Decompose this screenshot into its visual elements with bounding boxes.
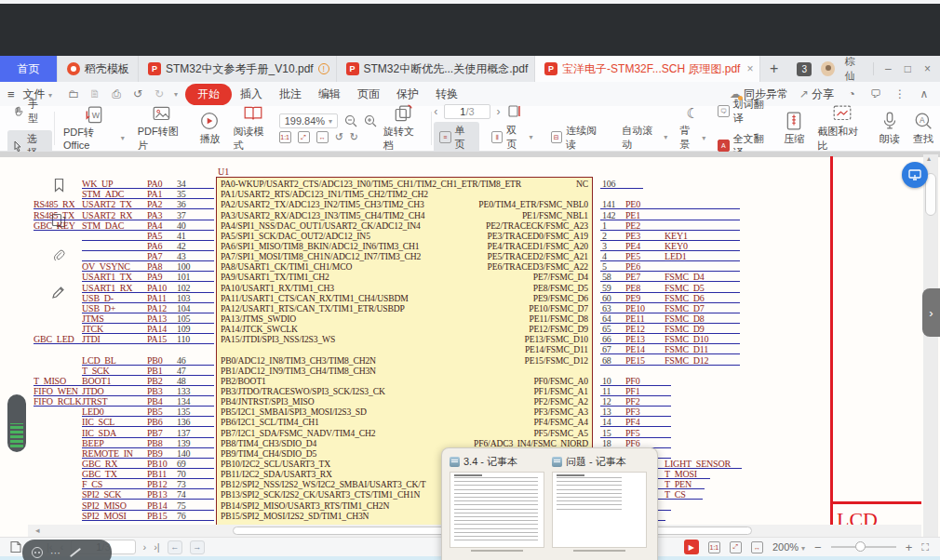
undo-icon[interactable]: ↺ [131, 87, 144, 100]
sheet-border-line [830, 156, 833, 537]
page-number-input[interactable]: 1/3 [444, 104, 490, 119]
next-page-icon[interactable]: › [143, 541, 147, 553]
rotate-left-icon[interactable]: ↺ [335, 131, 343, 143]
scroll-left-icon[interactable]: ◂ [35, 526, 40, 535]
actual-size-icon[interactable]: 1:1 [708, 541, 720, 553]
tab-home[interactable]: 首页 [0, 56, 58, 82]
comment-icon[interactable]: 🗩 [869, 87, 882, 100]
right-pin-row: 142PE1 [600, 209, 742, 220]
rotate-right-icon[interactable]: ↻ [350, 131, 358, 143]
more-caret-icon[interactable]: ▾ [174, 90, 178, 99]
maximize-button[interactable]: □ [905, 62, 911, 75]
status-zoom-level[interactable]: 200% ▾ [772, 541, 805, 553]
menu-tab-protect[interactable]: 保护 [388, 87, 427, 102]
moon-icon: ☾ [682, 105, 703, 122]
left-pin-row: RS485_RXUSART2_TXPA236 [34, 199, 214, 209]
zoom-in-icon[interactable] [364, 114, 377, 127]
view-back-icon[interactable]: ← [168, 540, 182, 554]
left-pin-row: GBC_TXPB1170 [34, 469, 214, 479]
pdf-to-image-button[interactable]: PDF转图片 [131, 106, 194, 151]
zoom-out-button[interactable]: − [814, 540, 822, 554]
fit-width-icon[interactable]: ↔ [316, 131, 329, 143]
zoom-level-input[interactable]: 199.84%▾ [279, 113, 338, 128]
count-badge[interactable]: 3 [797, 62, 812, 76]
floating-assistant-widget[interactable]: ⋯ [22, 540, 112, 560]
menu-tab-page[interactable]: 页面 [349, 87, 388, 102]
zoom-out-icon[interactable] [344, 114, 357, 127]
tab-schematic-pdf-active[interactable]: P 宝洋电子-STM32F...SCH 原理图.pdf × [535, 56, 760, 82]
expand-panel-handle[interactable]: › [922, 288, 940, 337]
thumbnail-caption [552, 550, 647, 553]
vertical-scrollbar[interactable]: ▴ [923, 154, 938, 537]
pdf-tools-float-button[interactable] [902, 162, 928, 188]
tab-docer-templates[interactable]: 稻壳模板 [58, 56, 139, 82]
window-thumbnail[interactable] [552, 472, 647, 548]
last-page-icon[interactable]: ›| [154, 541, 160, 553]
screenshot-compare-button[interactable]: 截图和对比 [811, 106, 873, 151]
chip-designator: U1 [218, 167, 229, 177]
left-pin-row: BEEPPB8139 [34, 438, 214, 448]
print-icon[interactable]: ⎙ [110, 87, 123, 100]
sheet-border-line [830, 501, 921, 504]
more-menu-icon[interactable]: ⋮ [893, 87, 906, 100]
hand-tool-button[interactable]: 手型 [7, 96, 52, 127]
read-aloud-button[interactable]: 朗读 [873, 106, 906, 151]
save-icon[interactable]: 🗎 [88, 87, 101, 100]
minimize-button[interactable]: – [885, 62, 892, 75]
open-file-icon[interactable]: 🗀 [67, 87, 80, 100]
left-pin-row: LCD_BLPB046 [34, 354, 214, 365]
play-button[interactable]: 播放 [193, 106, 226, 151]
close-button[interactable]: × [924, 62, 931, 75]
right-pin-row: 13PF3 [600, 407, 742, 417]
right-pin-row: 14PF4 [600, 417, 742, 427]
zoom-slider-knob[interactable] [855, 541, 866, 552]
continuous-read-button[interactable]: ⊟连续阅读 [545, 122, 611, 153]
fit-page-icon[interactable]: ⤢ [298, 131, 310, 143]
menu-tab-edit[interactable]: 编辑 [310, 87, 349, 102]
tab-close-icon[interactable]: × [746, 62, 753, 75]
single-page-button[interactable]: ≡单页 [434, 122, 479, 153]
window-thumbnail[interactable] [450, 472, 544, 548]
double-page-button[interactable]: ⫴双页▾ [486, 122, 538, 153]
menu-tab-annotate[interactable]: 批注 [271, 87, 310, 102]
left-pin-row: OV_VSYNCPA8100 [34, 261, 214, 272]
auto-scroll-icon[interactable] [507, 104, 522, 118]
actual-size-icon[interactable]: 1:1 [279, 131, 291, 143]
next-page-icon[interactable]: › [497, 105, 501, 118]
chip-pin-function-row: PB4/JNTRST/SPI3_MISOPF2/FSMC_A2 [217, 396, 592, 407]
collapse-ribbon-icon[interactable]: ∧ [918, 87, 931, 100]
zoom-in-button[interactable]: + [906, 540, 913, 554]
find-button[interactable]: A 查找 [906, 106, 940, 151]
compress-button[interactable]: 压缩 [777, 106, 811, 151]
read-mode-button[interactable]: 阅读模式 [226, 106, 278, 151]
new-tab-button[interactable]: + [760, 56, 788, 82]
share-button[interactable]: ↗分享 [799, 87, 834, 102]
background-button[interactable]: ☾ 背景▾ [673, 106, 712, 151]
auto-scroll-button[interactable]: 自动滚动▾ [616, 122, 673, 153]
avatar[interactable] [821, 61, 835, 76]
fit-page-icon[interactable]: ⤢ [730, 541, 742, 553]
zoom-slider[interactable] [831, 546, 896, 548]
fullscreen-icon[interactable]: ⛶ [921, 541, 929, 553]
pdf-to-office-button[interactable]: W PDF转Office▾ [57, 106, 131, 151]
notepad-window-preview[interactable]: 问题 - 记事本 [552, 454, 647, 554]
menu-tab-convert[interactable]: 转换 [427, 87, 466, 102]
left-pin-row: FIFO_RCLKJTRSTPB4134 [34, 396, 214, 407]
chip-pin-function-row: PB6/I2C1_SCL/TIM4_CH1PF4/FSMC_A4 [217, 417, 592, 427]
tab-stm32-interrupt-concepts[interactable]: P STM32中断优先...关使用概念.pdf [337, 56, 536, 82]
word-translate-button[interactable]: 🗨划词翻译 [712, 96, 777, 127]
rotate-document-button[interactable]: 旋转文档 [377, 106, 429, 151]
menu-tab-insert[interactable]: 插入 [232, 87, 271, 102]
fit-width-icon[interactable]: ↔ [751, 541, 763, 553]
scroll-up-icon[interactable]: ▴ [927, 154, 931, 163]
redo-icon[interactable]: ↻ [153, 87, 166, 100]
theme-icon[interactable]: ◔ [845, 87, 858, 100]
notepad-window-preview[interactable]: 3.4 - 记事本 [450, 454, 544, 554]
document-canvas[interactable]: U1 WK_UPPA034STM_ADCPA135RS485_RXUSART2_… [0, 152, 940, 537]
tab-stm32-reference-manual[interactable]: P STM32中文参考手册_V10.pdf ! [139, 56, 337, 82]
presentation-play-button[interactable]: ▶ [684, 540, 699, 554]
page-layout-icon[interactable] [9, 540, 22, 553]
previous-page-icon[interactable]: ‹ [434, 105, 437, 118]
menu-tab-start[interactable]: 开始 [185, 84, 232, 105]
view-forward-icon[interactable]: → [190, 540, 205, 554]
